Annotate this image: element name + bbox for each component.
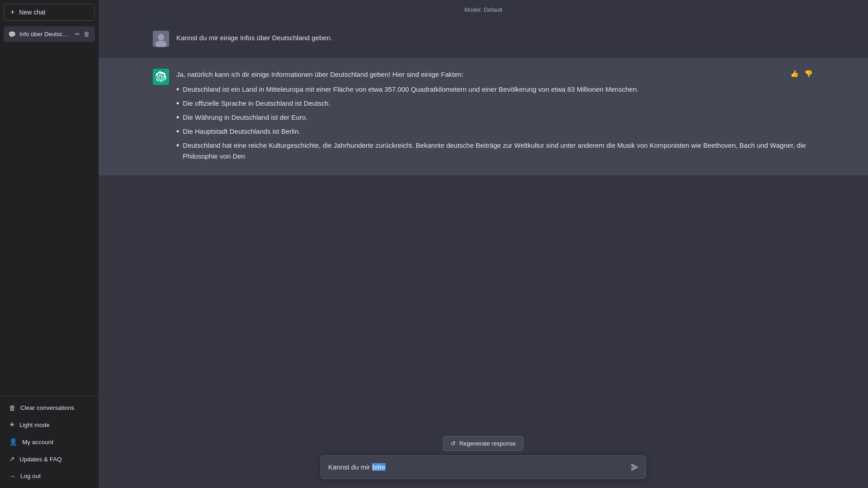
user-avatar xyxy=(153,31,169,47)
input-plain-text: Kannst du mir xyxy=(328,463,372,471)
user-message: Kannst du mir einige Infos über Deutschl… xyxy=(99,20,868,58)
sidebar-item-my-account[interactable]: 👤 My account xyxy=(4,433,95,450)
updates-faq-icon: ↗ xyxy=(9,455,15,463)
thumbs-down-button[interactable]: 👎 xyxy=(803,69,814,79)
svg-point-1 xyxy=(158,34,164,40)
conversation-title: Info über Deutschland. xyxy=(19,31,71,38)
user-message-text: Kannst du mir einige Infos über Deutschl… xyxy=(176,31,814,43)
model-label: Model: Default xyxy=(464,6,502,13)
log-out-icon: → xyxy=(9,472,16,480)
chat-bubble-icon: 💬 xyxy=(8,31,16,38)
regenerate-button[interactable]: ↺ Regenerate response xyxy=(443,436,524,451)
ai-feedback-buttons: 👍 👎 xyxy=(789,69,814,79)
send-icon xyxy=(631,464,638,471)
highlighted-word: bitte xyxy=(372,463,386,471)
ai-message: Ja, natürlich kann ich dir einige Inform… xyxy=(99,58,868,175)
conversations-list: 💬 Info über Deutschland. ✏ 🗑 xyxy=(0,24,99,395)
thumbs-up-button[interactable]: 👍 xyxy=(789,69,800,79)
sidebar-item-clear-conversations[interactable]: 🗑 Clear conversations xyxy=(4,399,95,416)
light-mode-label: Light mode xyxy=(19,422,50,428)
conversation-actions: ✏ 🗑 xyxy=(74,30,90,38)
input-container: Kannst du mir bitte xyxy=(321,455,646,479)
list-item: Deutschland hat eine reiche Kulturgeschi… xyxy=(176,140,814,162)
refresh-icon: ↺ xyxy=(451,440,456,447)
ai-message-content: Ja, natürlich kann ich dir einige Inform… xyxy=(176,69,814,164)
list-item: Die offizielle Sprache in Deutschland is… xyxy=(176,98,814,109)
ai-bullet-list: Deutschland ist ein Land in Mitteleuropa… xyxy=(176,84,814,162)
list-item: Deutschland ist ein Land in Mitteleuropa… xyxy=(176,84,814,95)
sidebar-item-light-mode[interactable]: ☀ Light mode xyxy=(4,416,95,433)
clear-conversations-icon: 🗑 xyxy=(9,404,16,412)
sidebar-item-updates-faq[interactable]: ↗ Updates & FAQ xyxy=(4,450,95,468)
my-account-icon: 👤 xyxy=(9,438,18,446)
ai-intro-text: Ja, natürlich kann ich dir einige Inform… xyxy=(176,69,814,80)
main-content: Model: Default Kannst du mir einige Info… xyxy=(99,0,868,488)
regenerate-label: Regenerate response xyxy=(459,440,516,447)
sidebar: + New chat 💬 Info über Deutschland. ✏ 🗑 … xyxy=(0,0,99,488)
send-button[interactable] xyxy=(628,461,641,474)
clear-conversations-label: Clear conversations xyxy=(20,404,74,411)
chat-area: Kannst du mir einige Infos über Deutschl… xyxy=(99,20,868,431)
log-out-label: Log out xyxy=(20,473,41,479)
input-area: ↺ Regenerate response Kannst du mir bitt… xyxy=(99,431,868,488)
model-bar: Model: Default xyxy=(99,0,868,20)
conversation-item[interactable]: 💬 Info über Deutschland. ✏ 🗑 xyxy=(4,26,95,42)
updates-faq-label: Updates & FAQ xyxy=(19,456,62,463)
edit-conversation-button[interactable]: ✏ xyxy=(74,30,81,38)
chat-input[interactable]: Kannst du mir bitte xyxy=(321,456,646,479)
delete-conversation-button[interactable]: 🗑 xyxy=(83,30,90,38)
list-item: Die Währung in Deutschland ist der Euro. xyxy=(176,112,814,123)
ai-avatar xyxy=(153,69,169,85)
new-chat-label: New chat xyxy=(19,9,45,16)
sidebar-bottom: 🗑 Clear conversations ☀ Light mode 👤 My … xyxy=(0,395,99,488)
list-item: Die Hauptstadt Deutschlands ist Berlin. xyxy=(176,126,814,137)
my-account-label: My account xyxy=(22,439,53,446)
sidebar-item-log-out[interactable]: → Log out xyxy=(4,468,95,484)
plus-icon: + xyxy=(10,9,14,16)
new-chat-button[interactable]: + New chat xyxy=(4,4,95,21)
chatgpt-logo xyxy=(156,71,166,82)
light-mode-icon: ☀ xyxy=(9,421,15,429)
user-avatar-image xyxy=(153,31,169,47)
